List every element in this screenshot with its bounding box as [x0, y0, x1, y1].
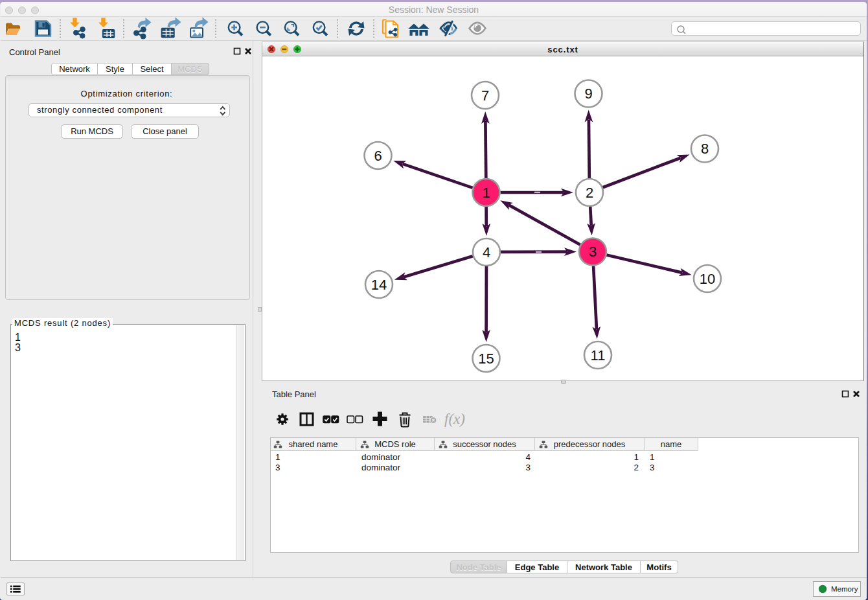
svg-text:14: 14: [371, 277, 387, 293]
svg-text:6: 6: [374, 148, 382, 164]
svg-text:4: 4: [483, 244, 490, 260]
svg-text:11: 11: [591, 347, 606, 363]
svg-text:9: 9: [584, 86, 592, 102]
svg-text:10: 10: [700, 271, 715, 287]
svg-text:1: 1: [482, 185, 490, 201]
svg-text:8: 8: [701, 141, 709, 157]
svg-text:15: 15: [478, 351, 494, 367]
svg-text:7: 7: [481, 87, 489, 104]
svg-text:2: 2: [586, 185, 593, 201]
svg-text:f(x): f(x): [444, 411, 465, 427]
svg-text:3: 3: [589, 244, 597, 260]
